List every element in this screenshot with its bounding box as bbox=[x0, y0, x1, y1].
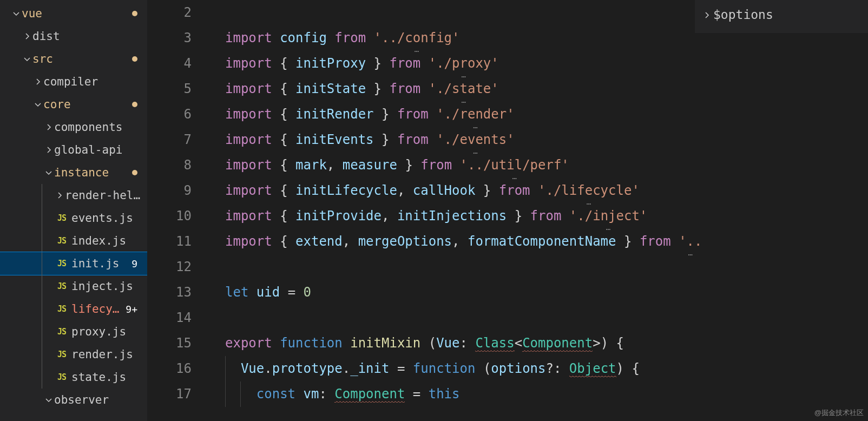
folder-item[interactable]: core bbox=[0, 93, 147, 116]
line-number: 17 bbox=[147, 381, 192, 407]
line-number: 4 bbox=[147, 51, 192, 76]
code-line[interactable] bbox=[207, 254, 868, 280]
chevron-right-icon[interactable] bbox=[22, 31, 32, 42]
problems-badge: 9 bbox=[128, 258, 141, 269]
folder-item[interactable]: components bbox=[0, 116, 147, 139]
folder-item[interactable]: compiler bbox=[0, 70, 147, 93]
line-number: 15 bbox=[147, 331, 192, 356]
file-item[interactable]: JSstate.js bbox=[0, 366, 147, 389]
line-number: 13 bbox=[147, 280, 192, 305]
modified-dot-icon bbox=[132, 11, 137, 16]
code-line[interactable]: const vm: Component = this bbox=[207, 381, 868, 407]
tree-item-label: state.js bbox=[71, 371, 126, 384]
js-file-icon: JS bbox=[54, 350, 69, 359]
line-number: 2 bbox=[147, 0, 192, 25]
chevron-right-icon bbox=[700, 11, 713, 19]
folder-item[interactable]: observer bbox=[0, 389, 147, 411]
tree-item-label: global-api bbox=[54, 143, 122, 156]
line-number: 5 bbox=[147, 76, 192, 102]
folder-item[interactable]: instance bbox=[0, 161, 147, 184]
modified-dot-icon bbox=[132, 102, 137, 107]
folder-item[interactable]: vue bbox=[0, 2, 147, 25]
code-line[interactable]: import { initLifecycle, callHook } from … bbox=[207, 178, 868, 203]
js-file-icon: JS bbox=[54, 259, 69, 268]
tree-item-label: dist bbox=[32, 30, 60, 43]
tree-item-label: proxy.js bbox=[71, 325, 126, 338]
chevron-down-icon[interactable] bbox=[32, 99, 43, 110]
folder-item[interactable]: render-hel… bbox=[0, 184, 147, 207]
file-item[interactable]: JSevents.js bbox=[0, 207, 147, 229]
code-line[interactable] bbox=[207, 305, 868, 331]
js-file-icon: JS bbox=[54, 236, 69, 246]
problems-badge: 9+ bbox=[122, 304, 141, 315]
folder-item[interactable]: src bbox=[0, 48, 147, 70]
chevron-right-icon[interactable] bbox=[43, 122, 54, 133]
tree-item-label: render.js bbox=[71, 348, 133, 361]
tree-item-label: render-hel… bbox=[65, 189, 140, 202]
tree-item-label: vue bbox=[22, 7, 42, 20]
code-line[interactable]: import { initProxy } from './proxy' bbox=[207, 51, 868, 76]
chevron-right-icon[interactable] bbox=[54, 190, 65, 201]
folder-item[interactable]: dist bbox=[0, 25, 147, 48]
code-line[interactable]: import { initProvide, initInjections } f… bbox=[207, 203, 868, 229]
file-item[interactable]: JSinject.js bbox=[0, 275, 147, 298]
tree-item-label: components bbox=[54, 121, 122, 134]
file-item[interactable]: JSlifecy…9+ bbox=[0, 298, 147, 320]
js-file-icon: JS bbox=[54, 372, 69, 382]
file-item[interactable]: JSindex.js bbox=[0, 229, 147, 252]
line-number: 14 bbox=[147, 305, 192, 331]
file-item[interactable]: JSproxy.js bbox=[0, 320, 147, 343]
code-content[interactable]: import config from '../config'import { i… bbox=[207, 0, 868, 421]
js-file-icon: JS bbox=[54, 213, 69, 223]
code-line[interactable]: import { initState } from './state' bbox=[207, 76, 868, 102]
line-numbers: 234567891011121314151617 bbox=[147, 0, 207, 421]
watermark: @掘金技术社区 bbox=[814, 408, 864, 418]
file-explorer[interactable]: vuedistsrccompilercorecomponentsglobal-a… bbox=[0, 0, 147, 421]
chevron-down-icon[interactable] bbox=[11, 8, 22, 19]
tree-item-label: index.js bbox=[71, 234, 126, 247]
modified-dot-icon bbox=[132, 170, 137, 175]
line-number: 7 bbox=[147, 127, 192, 153]
js-file-icon: JS bbox=[54, 281, 69, 291]
code-line[interactable]: import { initEvents } from './events' bbox=[207, 127, 868, 153]
tree-item-label: observer bbox=[54, 393, 109, 406]
tree-item-label: events.js bbox=[71, 212, 133, 225]
code-line[interactable]: import { initRender } from './render' bbox=[207, 102, 868, 127]
chevron-right-icon[interactable] bbox=[43, 144, 54, 155]
file-item[interactable]: JSinit.js9 bbox=[0, 252, 147, 275]
tree-item-label: compiler bbox=[43, 75, 98, 88]
line-number: 10 bbox=[147, 203, 192, 229]
outline-item-label[interactable]: $options bbox=[713, 2, 773, 28]
line-number: 6 bbox=[147, 102, 192, 127]
tree-item-label: lifecy… bbox=[71, 302, 120, 315]
tree-item-label: core bbox=[43, 98, 71, 111]
tree-item-label: src bbox=[32, 52, 53, 65]
line-number: 9 bbox=[147, 178, 192, 203]
code-editor[interactable]: 234567891011121314151617 import config f… bbox=[147, 0, 868, 421]
file-item[interactable]: JSrender.js bbox=[0, 343, 147, 366]
code-line[interactable]: export function initMixin (Vue: Class<Co… bbox=[207, 331, 868, 356]
chevron-right-icon[interactable] bbox=[32, 76, 43, 87]
tree-item-label: init.js bbox=[71, 257, 120, 270]
chevron-down-icon[interactable] bbox=[43, 167, 54, 178]
line-number: 8 bbox=[147, 153, 192, 178]
js-file-icon: JS bbox=[54, 304, 69, 314]
line-number: 11 bbox=[147, 229, 192, 254]
chevron-down-icon[interactable] bbox=[43, 394, 54, 405]
folder-item[interactable]: global-api bbox=[0, 139, 147, 161]
tree-item-label: inject.js bbox=[71, 280, 133, 293]
line-number: 16 bbox=[147, 356, 192, 381]
code-line[interactable]: let uid = 0 bbox=[207, 280, 868, 305]
code-line[interactable]: import { extend, mergeOptions, formatCom… bbox=[207, 229, 868, 254]
outline-panel[interactable]: $options bbox=[695, 0, 868, 33]
code-line[interactable]: Vue.prototype._init = function (options?… bbox=[207, 356, 868, 381]
modified-dot-icon bbox=[132, 56, 137, 62]
js-file-icon: JS bbox=[54, 327, 69, 337]
chevron-down-icon[interactable] bbox=[22, 54, 32, 64]
tree-item-label: instance bbox=[54, 166, 109, 179]
line-number: 12 bbox=[147, 254, 192, 280]
line-number: 3 bbox=[147, 25, 192, 51]
code-line[interactable]: import { mark, measure } from '../util/p… bbox=[207, 153, 868, 178]
